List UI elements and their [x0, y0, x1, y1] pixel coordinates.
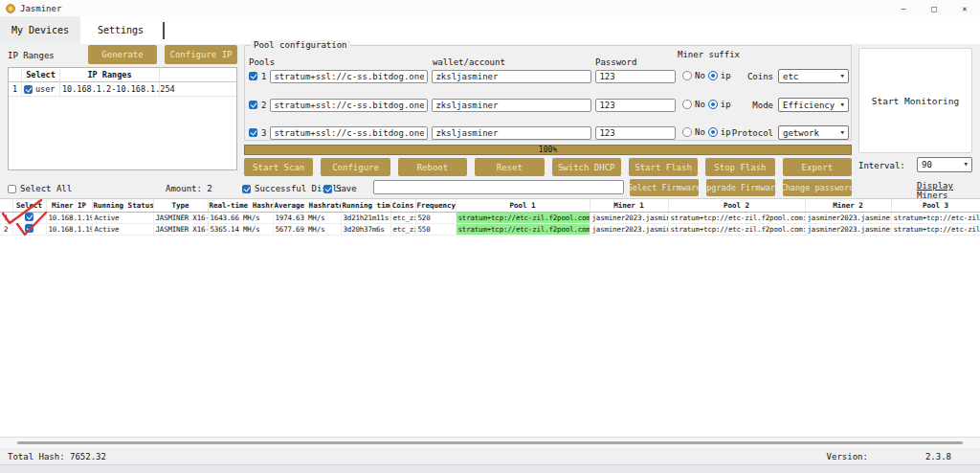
- wallet-header: wallet/account: [433, 57, 505, 67]
- row1-coins: etc_zil: [390, 212, 415, 223]
- app-icon: [6, 4, 15, 13]
- display-miners-link[interactable]: Display Miners: [917, 181, 980, 200]
- ip-range-checkbox[interactable]: [24, 85, 33, 94]
- row1-miner2: jasminer2023.jasminer012: [805, 212, 891, 223]
- col-running-time[interactable]: Running time: [341, 199, 390, 212]
- row2-coins: etc_zil: [390, 223, 415, 235]
- stop-flash-button[interactable]: Stop Flash: [705, 158, 774, 176]
- col-type[interactable]: Type: [153, 199, 208, 212]
- generate-button[interactable]: Generate: [88, 45, 157, 64]
- scan-progress-bar: 100%: [244, 145, 852, 155]
- window-controls: – □ ✕: [888, 0, 980, 16]
- select-all-box[interactable]: [8, 185, 16, 193]
- window-title: Jasminer: [20, 4, 61, 13]
- select-firmware-button[interactable]: Select Firmware: [630, 179, 699, 196]
- jasminer-window: Jasminer – □ ✕ My Devices Settings IP Ra…: [0, 0, 980, 473]
- close-icon[interactable]: ✕: [949, 0, 980, 16]
- firmware-path-input[interactable]: [373, 180, 624, 194]
- col-coins[interactable]: Coins: [390, 199, 415, 212]
- coins-label: Coins: [722, 72, 773, 81]
- reset-button[interactable]: Reset: [475, 158, 544, 176]
- col-pool1[interactable]: Pool 1: [456, 199, 590, 212]
- ip-ranges-label: IP Ranges: [8, 51, 55, 60]
- row2-number: 2: [0, 223, 12, 235]
- row1-checkbox[interactable]: [25, 213, 33, 221]
- mode-select[interactable]: Efficiency: [778, 98, 849, 112]
- row2-realtime: 5365.14 MH/s: [208, 223, 273, 235]
- col-realtime-hashrate[interactable]: Real-time Hashrate: [208, 199, 273, 212]
- miner-table-area: Select Miner IP Running Status Type Real…: [0, 198, 980, 437]
- row1-runtime: 3d21h21m11s: [341, 212, 390, 223]
- start-flash-button[interactable]: Start Flash: [629, 158, 698, 176]
- row2-runtime: 3d20h37m6s: [341, 223, 390, 235]
- col-miner-ip[interactable]: Miner IP: [46, 199, 92, 212]
- ipr-corner: [9, 68, 22, 82]
- col-miner2[interactable]: Miner 2: [805, 199, 891, 212]
- save-box[interactable]: [323, 185, 332, 193]
- start-scan-button[interactable]: Start Scan: [244, 158, 313, 176]
- amount-label: Amount: 2: [166, 184, 212, 193]
- protocol-select[interactable]: getwork: [778, 125, 849, 140]
- row1-select[interactable]: [12, 212, 46, 223]
- row2-pool1: stratum+tcp://etc-zil.f2pool.com:6200: [456, 223, 590, 235]
- tab-settings[interactable]: Settings: [80, 16, 161, 44]
- row2-checkbox[interactable]: [25, 224, 33, 233]
- ipr-row-select[interactable]: user: [22, 82, 60, 97]
- start-monitoring-button[interactable]: Start Monitoring: [858, 48, 972, 153]
- mode-label: Mode: [722, 101, 773, 110]
- col-miner1[interactable]: Miner 1: [590, 199, 668, 212]
- password-header: Password: [595, 57, 636, 67]
- save-checkbox[interactable]: Save: [323, 183, 357, 194]
- ip-ranges-listbox[interactable]: Select IP Ranges 1 user 10.168.1.2-10.16…: [8, 67, 237, 170]
- reboot-button[interactable]: Reboot: [398, 158, 467, 176]
- row2-miner2: jasminer2023.jasminerxp: [805, 223, 891, 235]
- change-password-button[interactable]: Change password: [783, 179, 852, 196]
- configure-button[interactable]: Configure: [321, 158, 390, 176]
- row1-ip: 10.168.1.192: [46, 212, 92, 223]
- total-hash-value: 7652.32: [70, 452, 106, 462]
- row1-miner1: jasminer2023.jasminer012: [590, 212, 668, 223]
- pools-header: Pools: [249, 57, 275, 67]
- tab-my-devices[interactable]: My Devices: [0, 16, 80, 44]
- switch-dhcp-button[interactable]: Switch DHCP: [552, 158, 621, 176]
- row1-type: JASMINER X16-Q: [153, 212, 208, 223]
- miner-row-2[interactable]: 2 10.168.1.196 Active JASMINER X16-P 536…: [0, 223, 980, 235]
- scrollbar-thumb[interactable]: [17, 441, 963, 444]
- ipr-head-spacer: [160, 68, 236, 82]
- export-button[interactable]: Export: [783, 158, 852, 176]
- col-pool3[interactable]: Pool 3: [891, 199, 980, 212]
- protocol-value: getwork: [783, 128, 819, 138]
- row2-miner1: jasminer2023.jasminerxp: [590, 223, 668, 235]
- row2-status: Active: [92, 223, 153, 235]
- firmware-buttons-row: Select Firmware Upgrade Firmware Change …: [630, 179, 852, 196]
- mode-value: Efficiency: [783, 101, 835, 110]
- row1-frequency: 520: [415, 212, 456, 223]
- coins-select[interactable]: etc: [778, 69, 849, 83]
- horizontal-scrollbar[interactable]: [0, 437, 980, 448]
- save-label: Save: [336, 184, 357, 193]
- configure-ip-button[interactable]: Configure IP: [165, 45, 237, 64]
- maximize-icon[interactable]: □: [919, 0, 949, 16]
- upgrade-firmware-button[interactable]: Upgrade Firmware: [706, 179, 775, 196]
- col-average-hashrate[interactable]: Average Hashrate: [273, 199, 341, 212]
- ipr-row-spacer: [160, 82, 236, 97]
- miner-row-1[interactable]: 1 10.168.1.192 Active JASMINER X16-Q 164…: [0, 212, 980, 223]
- minimize-icon[interactable]: –: [888, 0, 919, 16]
- col-frequency[interactable]: Frequency: [415, 199, 456, 212]
- row2-average: 5677.69 MH/s: [273, 223, 341, 235]
- col-pool2[interactable]: Pool 2: [668, 199, 805, 212]
- col-select[interactable]: Select: [12, 199, 46, 212]
- action-buttons-row: Start Scan Configure Reboot Reset Switch…: [244, 158, 852, 176]
- select-all-checkbox[interactable]: Select All: [8, 183, 72, 194]
- row2-pool2: stratum+tcp://etc-zil.f2pool.com:6200: [668, 223, 805, 235]
- pool-configuration-title: Pool configuration: [251, 40, 350, 50]
- interval-select[interactable]: 90: [917, 157, 972, 172]
- ipr-row-range: 10.168.1.2-10.168.1.254: [60, 82, 160, 97]
- ipr-row-number: 1: [9, 82, 22, 97]
- successful-display-box[interactable]: [242, 185, 251, 193]
- coins-row: Coins etc: [245, 69, 853, 83]
- col-running-status[interactable]: Running Status: [92, 199, 153, 212]
- version-value: 2.3.8: [925, 452, 951, 462]
- row2-select[interactable]: [12, 223, 46, 235]
- ipr-col-ranges: IP Ranges: [60, 68, 160, 82]
